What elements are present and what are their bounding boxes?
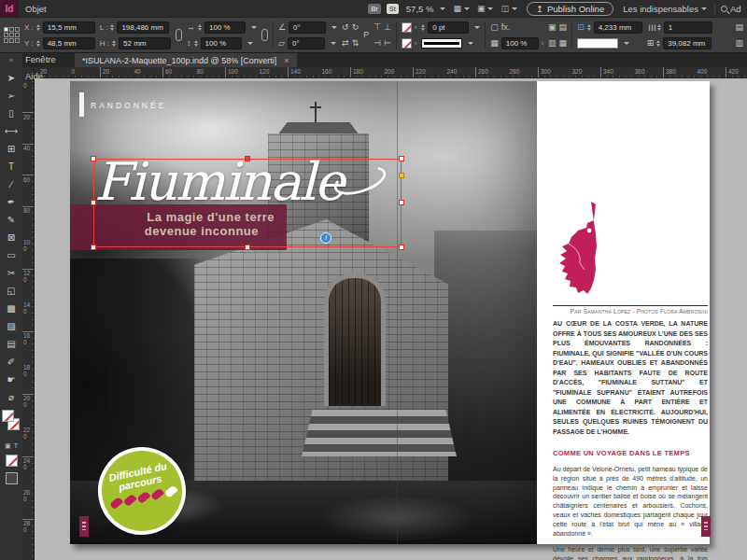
proxy-cell[interactable] — [15, 38, 20, 43]
live-corner-handle[interactable] — [399, 173, 404, 178]
stepper-icon[interactable] — [110, 24, 114, 31]
shear-field[interactable]: 0° — [288, 37, 325, 49]
tool-icon[interactable]: ⊠ — [2, 229, 21, 246]
stepper-icon[interactable] — [36, 24, 40, 31]
rotate-cw-icon[interactable]: ↻ — [352, 23, 359, 32]
x-field[interactable]: 15,5 mm — [43, 21, 95, 34]
screen-mode-icon[interactable]: ▣ — [477, 4, 486, 13]
proxy-cell[interactable] — [9, 27, 14, 32]
stroke-swatch-none[interactable] — [402, 22, 412, 33]
rotation-field[interactable]: 0° — [289, 21, 326, 34]
align-right-icon[interactable]: ⊢ — [384, 39, 391, 48]
selection-handle[interactable] — [399, 245, 404, 250]
close-icon[interactable]: × — [284, 56, 289, 65]
tool-icon[interactable]: ✐ — [2, 353, 21, 371]
tool-icon[interactable]: ⊞ — [2, 140, 21, 158]
proxy-cell[interactable] — [9, 38, 14, 43]
constrain-dimensions-icon[interactable] — [176, 29, 182, 41]
view-options-icon[interactable]: ▦ — [453, 4, 461, 13]
swatch-dropdown[interactable] — [577, 38, 618, 49]
reference-point-proxy[interactable] — [4, 27, 20, 43]
wrap-none-icon[interactable]: ▣ — [548, 23, 557, 32]
wrap-bounding-icon[interactable]: ▤ — [559, 23, 568, 32]
tool-icon[interactable]: ✂ — [2, 264, 21, 282]
proxy-cell[interactable] — [9, 33, 14, 37]
tool-icon[interactable]: ⟷ — [2, 122, 21, 140]
effects-icon[interactable]: fx. — [501, 23, 511, 32]
fill-swatch-none-icon[interactable] — [2, 410, 14, 422]
menu-item[interactable]: Objet — [19, 0, 68, 17]
tool-icon[interactable]: ▤ — [2, 335, 21, 353]
tool-icon[interactable]: ∕ — [2, 175, 21, 193]
fill-swatch-none[interactable] — [402, 38, 412, 49]
stock-button[interactable]: St — [387, 4, 399, 14]
article-column[interactable]: Par Samantha Lopez - Photos Flora Ambros… — [553, 305, 708, 560]
width-field[interactable]: 198,486 mm — [117, 21, 169, 34]
stepper-icon[interactable] — [198, 24, 202, 31]
arrange-documents-icon[interactable]: ◫ — [500, 4, 509, 13]
chevron-right-icon[interactable]: › — [415, 40, 416, 47]
bridge-button[interactable]: Br — [368, 4, 381, 14]
screen-mode-button[interactable] — [6, 472, 18, 484]
height-field[interactable]: 52 mm — [119, 37, 171, 49]
tool-icon[interactable]: ◱ — [2, 282, 21, 300]
tool-icon[interactable]: ▩ — [2, 300, 21, 317]
content-grabber-icon[interactable]: i — [320, 232, 331, 244]
document-tab[interactable]: *ISULANA-2-Maquette_100p.indd @ 58% [Con… — [75, 53, 297, 67]
tool-icon[interactable]: ✒ — [2, 193, 21, 211]
stroke-style-dropdown[interactable] — [421, 38, 462, 49]
corner-radius-field[interactable]: 4,233 mm — [594, 21, 642, 34]
vertical-ruler[interactable]: 020406080100120140160180200220240260280 — [22, 78, 35, 560]
select-container-icon[interactable]: P — [363, 31, 369, 39]
wrap-shape-icon[interactable]: ▥ — [548, 39, 557, 48]
stroke-weight-field[interactable]: 0 pt — [428, 21, 469, 34]
chevron-right-icon[interactable]: › — [542, 40, 543, 47]
flip-vertical-icon[interactable]: ⇅ — [352, 39, 359, 48]
proxy-cell[interactable] — [4, 38, 8, 43]
proxy-cell[interactable] — [15, 33, 20, 37]
selection-handle[interactable] — [399, 200, 404, 205]
chevron-right-icon[interactable]: › — [415, 24, 416, 31]
stepper-icon[interactable] — [421, 24, 425, 31]
formatting-text-icon[interactable]: T — [14, 442, 18, 450]
flip-horizontal-icon[interactable]: ⇄ — [342, 39, 349, 48]
proxy-cell[interactable] — [15, 27, 20, 32]
tool-icon[interactable]: ➢ — [2, 87, 21, 105]
y-field[interactable]: 48,5 mm — [43, 37, 95, 49]
tool-icon[interactable]: ▨ — [2, 317, 21, 335]
scale-y-field[interactable]: 100 % — [201, 37, 242, 49]
stepper-icon[interactable] — [112, 40, 116, 47]
selection-handle[interactable] — [91, 245, 96, 250]
proxy-cell[interactable] — [4, 33, 8, 37]
constrain-scale-icon[interactable] — [261, 29, 268, 41]
zoom-level-dropdown[interactable]: 57,5 % — [406, 4, 434, 14]
panel-menu-icon[interactable]: ▥ — [735, 39, 743, 48]
selection-handle-top-center[interactable] — [245, 156, 250, 161]
pasteboard[interactable]: RANDONNÉE La magie d'une terre devenue i… — [35, 78, 747, 560]
selection-handle[interactable] — [245, 245, 250, 250]
scale-x-field[interactable]: 100 % — [204, 21, 246, 34]
formatting-container-icon[interactable]: ▣ — [5, 442, 11, 450]
magazine-spread[interactable]: RANDONNÉE La magie d'une terre devenue i… — [70, 81, 710, 544]
tool-icon[interactable]: ▯ — [2, 105, 21, 122]
stepper-icon[interactable] — [657, 24, 661, 31]
align-bottom-icon[interactable]: ⊥ — [384, 23, 391, 32]
publish-online-button[interactable]: ↥ Publish Online — [527, 2, 613, 16]
tool-icon[interactable]: T — [2, 158, 21, 175]
tool-icon[interactable]: ➤ — [2, 69, 21, 87]
stock-search-input[interactable]: Ad — [715, 4, 747, 14]
rotate-ccw-icon[interactable]: ↺ — [342, 23, 349, 32]
corner-options-icon[interactable]: ▢ — [490, 23, 499, 32]
tool-icon[interactable]: ▭ — [2, 246, 21, 264]
stepper-icon[interactable] — [587, 24, 591, 31]
workspace-switcher[interactable]: Les indispensables — [623, 4, 715, 14]
stepper-icon[interactable] — [36, 40, 40, 47]
stepper-icon[interactable] — [656, 40, 660, 47]
wrap-jump-icon[interactable]: ▦ — [559, 39, 568, 48]
tool-icon[interactable]: ✎ — [2, 211, 21, 229]
stepper-icon[interactable] — [194, 40, 198, 47]
selection-handle[interactable] — [399, 156, 404, 161]
horizontal-ruler[interactable]: 2002040608010012014016018020022024026028… — [35, 67, 747, 78]
selection-handle[interactable] — [91, 200, 96, 205]
tool-icon[interactable]: ⌀ — [2, 388, 21, 406]
